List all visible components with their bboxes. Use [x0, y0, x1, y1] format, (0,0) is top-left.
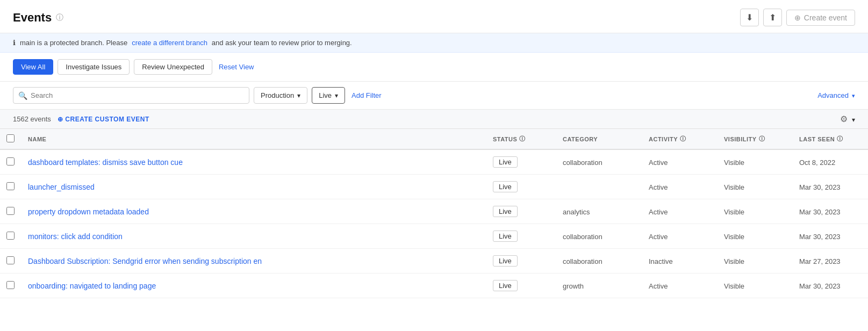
event-name-link[interactable]: property dropdown metadata loaded — [28, 207, 149, 216]
banner-text-after: and ask your team to review prior to mer… — [212, 39, 352, 47]
event-name-link[interactable]: launcher_dismissed — [28, 183, 95, 191]
table-header-row: NAME STATUS ⓘ CATEGORY ACTIVITY ⓘ — [0, 129, 868, 149]
row-status-cell: Live — [486, 249, 556, 274]
download-button[interactable]: ⬇ — [740, 9, 759, 26]
last-seen-value: Mar 30, 2023 — [799, 208, 841, 216]
category-col-label: CATEGORY — [563, 136, 598, 142]
status-badge: Live — [493, 181, 518, 192]
row-checkbox[interactable] — [6, 281, 15, 289]
header-checkbox-col — [0, 129, 21, 149]
event-name-link[interactable]: Dashboard Subscription: Sendgrid error w… — [28, 257, 262, 265]
download-icon: ⬇ — [746, 12, 753, 23]
header-name: NAME — [21, 129, 486, 149]
advanced-label: Advanced — [817, 91, 849, 99]
table-body: dashboard templates: dismiss save button… — [0, 149, 868, 298]
protected-branch-banner: ℹ main is a protected branch. Please cre… — [0, 33, 868, 53]
row-category-cell: collaboration — [556, 224, 642, 249]
table-settings-chevron-icon — [852, 115, 855, 124]
search-input[interactable] — [13, 87, 249, 104]
header-status: STATUS ⓘ — [486, 129, 556, 149]
header-visibility: VISIBILITY ⓘ — [718, 129, 793, 149]
row-checkbox-cell — [0, 149, 21, 175]
title-wrap: Events ⓘ — [13, 11, 63, 25]
events-table-area: NAME STATUS ⓘ CATEGORY ACTIVITY ⓘ — [0, 129, 868, 298]
category-value: collaboration — [563, 233, 602, 241]
row-checkbox[interactable] — [6, 157, 15, 166]
row-visibility-cell: Visible — [718, 175, 793, 199]
row-visibility-cell: Visible — [718, 199, 793, 224]
visibility-info-icon[interactable]: ⓘ — [759, 135, 765, 143]
row-activity-cell: Inactive — [642, 249, 718, 274]
table-row: Dashboard Subscription: Sendgrid error w… — [0, 249, 868, 274]
header-category: CATEGORY — [556, 129, 642, 149]
row-checkbox[interactable] — [6, 232, 15, 240]
row-status-cell: Live — [486, 175, 556, 199]
row-category-cell: collaboration — [556, 249, 642, 274]
row-checkbox-cell — [0, 274, 21, 298]
add-filter-button[interactable]: Add Filter — [349, 88, 384, 103]
visibility-value: Visible — [724, 257, 744, 265]
header-actions: ⬇ ⬆ ⊕ Create event — [740, 9, 855, 26]
row-status-cell: Live — [486, 224, 556, 249]
activity-value: Active — [649, 159, 668, 167]
visibility-col-label: VISIBILITY ⓘ — [724, 135, 765, 143]
live-dropdown[interactable]: Live — [312, 87, 345, 104]
table-row: property dropdown metadata loaded Live a… — [0, 199, 868, 224]
table-row: onboarding: navigated to landing page Li… — [0, 274, 868, 298]
view-all-tab[interactable]: View All — [13, 59, 53, 75]
row-visibility-cell: Visible — [718, 249, 793, 274]
table-row: monitors: click add condition Live colla… — [0, 224, 868, 249]
row-last-seen-cell: Mar 30, 2023 — [793, 224, 868, 249]
row-checkbox-cell — [0, 249, 21, 274]
advanced-button[interactable]: Advanced — [817, 91, 855, 99]
table-settings-button[interactable]: ⚙ — [840, 114, 848, 124]
events-table: NAME STATUS ⓘ CATEGORY ACTIVITY ⓘ — [0, 129, 868, 298]
reset-view-link[interactable]: Reset View — [217, 60, 256, 74]
last-seen-value: Mar 30, 2023 — [799, 282, 841, 290]
row-checkbox[interactable] — [6, 182, 15, 190]
row-visibility-cell: Visible — [718, 149, 793, 175]
create-custom-label: CREATE CUSTOM EVENT — [65, 116, 149, 123]
name-col-label: NAME — [28, 136, 46, 142]
header-activity: ACTIVITY ⓘ — [642, 129, 718, 149]
event-name-link[interactable]: monitors: click add condition — [28, 232, 123, 241]
activity-col-label: ACTIVITY ⓘ — [649, 135, 686, 143]
row-last-seen-cell: Mar 30, 2023 — [793, 175, 868, 199]
select-all-checkbox[interactable] — [6, 134, 15, 142]
event-name-link[interactable]: onboarding: navigated to landing page — [28, 282, 156, 290]
category-value: collaboration — [563, 257, 602, 265]
banner-icon: ℹ — [13, 39, 16, 47]
search-icon: 🔍 — [18, 91, 27, 100]
create-branch-link[interactable]: create a different branch — [132, 39, 207, 47]
activity-value: Active — [649, 208, 668, 216]
table-row: launcher_dismissed Live Active Visible M… — [0, 175, 868, 199]
status-info-icon[interactable]: ⓘ — [519, 135, 526, 143]
create-custom-event-button[interactable]: ⊕ CREATE CUSTOM EVENT — [58, 116, 149, 123]
title-info-icon[interactable]: ⓘ — [56, 13, 63, 23]
search-bar: 🔍 Production Live Add Filter Advanced — [0, 82, 868, 110]
status-badge: Live — [493, 231, 518, 242]
investigate-issues-tab[interactable]: Investigate Issues — [58, 59, 130, 75]
row-checkbox-cell — [0, 175, 21, 199]
activity-info-icon[interactable]: ⓘ — [680, 135, 686, 143]
status-col-label: STATUS ⓘ — [493, 135, 526, 143]
create-event-button[interactable]: ⊕ Create event — [786, 10, 855, 26]
row-checkbox[interactable] — [6, 207, 15, 215]
row-status-cell: Live — [486, 274, 556, 298]
production-dropdown[interactable]: Production — [254, 87, 307, 104]
row-name-cell: monitors: click add condition — [21, 224, 486, 249]
table-toolbar: 1562 events ⊕ CREATE CUSTOM EVENT ⚙ — [0, 110, 868, 129]
last-seen-info-icon[interactable]: ⓘ — [837, 135, 843, 143]
upload-button[interactable]: ⬆ — [763, 9, 782, 26]
row-status-cell: Live — [486, 149, 556, 175]
row-last-seen-cell: Oct 8, 2022 — [793, 149, 868, 175]
status-badge: Live — [493, 255, 518, 267]
activity-value: Active — [649, 282, 668, 290]
review-unexpected-tab[interactable]: Review Unexpected — [134, 59, 212, 75]
row-checkbox[interactable] — [6, 256, 15, 264]
row-checkbox-cell — [0, 224, 21, 249]
event-name-link[interactable]: dashboard templates: dismiss save button… — [28, 158, 183, 167]
row-activity-cell: Active — [642, 175, 718, 199]
row-activity-cell: Active — [642, 274, 718, 298]
row-name-cell: onboarding: navigated to landing page — [21, 274, 486, 298]
